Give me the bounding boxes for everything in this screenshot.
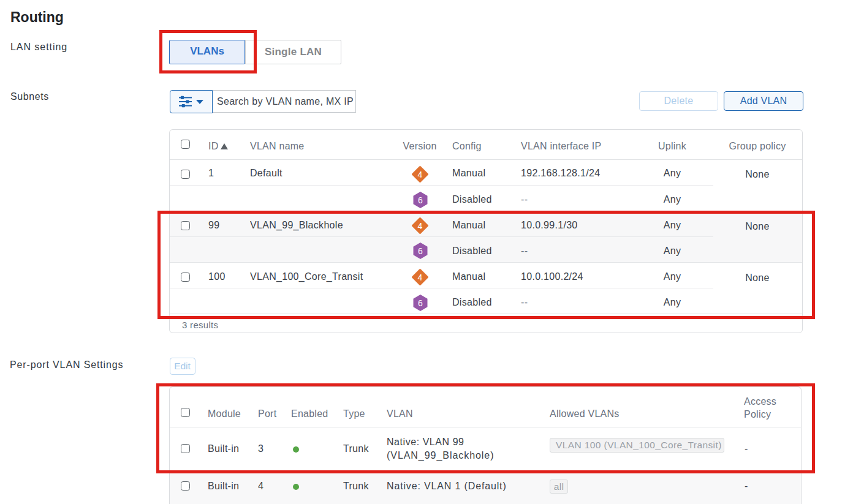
- svg-text:6: 6: [418, 195, 423, 205]
- svg-text:4: 4: [418, 169, 423, 179]
